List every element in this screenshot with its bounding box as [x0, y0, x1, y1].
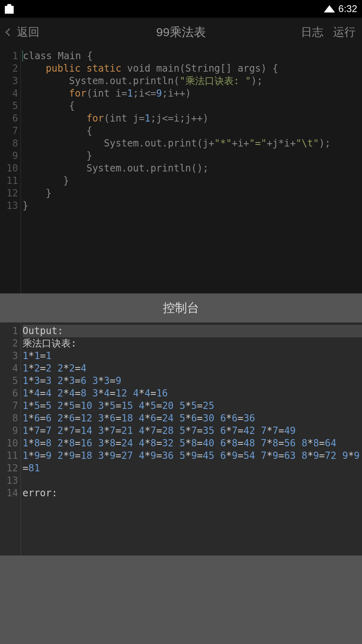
console-content: Output:乘法口诀表: 1*1=11*2=2 2*2=41*3=3 2*3=…	[21, 322, 362, 555]
run-button[interactable]: 运行	[333, 25, 356, 40]
chevron-left-icon	[5, 28, 13, 36]
status-bar: 6:32	[0, 0, 362, 18]
log-button[interactable]: 日志	[301, 25, 323, 40]
shopping-bag-icon	[5, 4, 14, 14]
status-time: 6:32	[338, 3, 357, 14]
console-output[interactable]: 1234567891011121314 Output:乘法口诀表: 1*1=11…	[0, 322, 362, 555]
code-editor[interactable]: 12345678910111213 class Main { public st…	[0, 47, 362, 293]
app-header: 返回 99乘法表 日志 运行	[0, 18, 362, 47]
console-header: 控制台	[0, 293, 362, 322]
code-content[interactable]: class Main { public static void main(Str…	[21, 47, 362, 293]
bottom-bar	[0, 555, 362, 644]
console-gutter: 1234567891011121314	[0, 322, 21, 555]
back-button[interactable]: 返回	[6, 25, 39, 40]
code-gutter: 12345678910111213	[0, 47, 21, 293]
wifi-icon	[324, 5, 335, 12]
page-title: 99乘法表	[156, 24, 206, 41]
back-label: 返回	[17, 25, 39, 40]
